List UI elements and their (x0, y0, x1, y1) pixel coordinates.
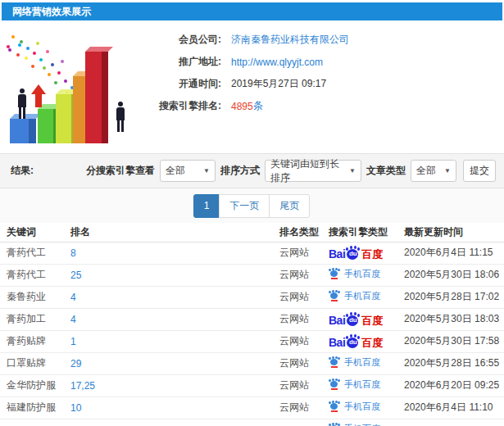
update-time-cell: 2020年6月4日 11:10 (397, 397, 504, 419)
mobile-baidu-logo: 手机百度 (329, 401, 380, 413)
baidu-cn-text: 百度 (361, 249, 383, 260)
article-type-label: 文章类型 (366, 164, 406, 178)
table-row: 膏药贴牌 1 云网站 Bai du 百度 2020年5月30日 17:58 (0, 330, 504, 352)
rank-link[interactable]: 17,25 (64, 374, 273, 397)
engine-cell: 手机百度 (322, 264, 397, 286)
rank-type-cell: 云网站 (273, 397, 322, 419)
baidu-paw-icon: du (346, 246, 360, 260)
mobile-baidu-text: 手机百度 (344, 356, 380, 369)
mobile-baidu-paw-icon (329, 378, 340, 390)
update-time-cell: 2020年5月28日 16:55 (397, 352, 504, 374)
up-arrow-icon (31, 84, 46, 94)
baidu-bai-text: Bai (329, 337, 345, 348)
sort-filter-label: 排序方式 (220, 164, 260, 178)
table-row: 膏药代工 8 云网站 Bai du 百度 2020年6月4日 11:15 (0, 242, 504, 264)
rank-link[interactable]: 8 (64, 242, 273, 264)
sort-select[interactable]: 关键词由短到长排序 ▼ (265, 160, 361, 182)
growth-chart-illustration (0, 20, 146, 150)
article-type-select-value: 全部 (416, 164, 436, 178)
mobile-baidu-logo: 手机百度 (329, 356, 380, 369)
rank-link[interactable]: 10 (64, 397, 273, 419)
mobile-baidu-text: 手机百度 (344, 290, 380, 302)
table-row: 手机百度 (0, 419, 504, 426)
keyword-cell: 膏药代工 (0, 242, 64, 264)
promo-url-label: 推广地址: (146, 55, 221, 69)
article-type-select[interactable]: 全部 ▼ (411, 160, 456, 182)
pagination-section: 1 下一页 尾页 (0, 188, 504, 223)
engine-filter-label: 分搜索引擎查看 (86, 164, 155, 178)
rank-link[interactable]: 4 (64, 308, 273, 330)
filter-controls: 分搜索引擎查看 全部 ▼ 排序方式 关键词由短到长排序 ▼ 文章类型 全部 ▼ … (81, 160, 496, 182)
keyword-cell: 膏药加工 (0, 308, 64, 330)
rank-link[interactable]: 29 (64, 352, 273, 374)
rank-type-cell: 云网站 (273, 264, 322, 286)
chevron-down-icon: ▼ (344, 167, 356, 174)
update-time-cell: 2020年5月30日 18:03 (397, 308, 504, 330)
table-row: 口罩贴牌 29 云网站 手机百度 2020年5月28日 16:55 (0, 352, 504, 374)
rank-link[interactable]: 25 (64, 264, 273, 286)
keyword-cell: 福建防护服 (0, 397, 64, 419)
next-page-button[interactable]: 下一页 (219, 194, 270, 218)
rank-type-cell: 云网站 (273, 286, 322, 308)
mobile-baidu-text: 手机百度 (344, 378, 380, 391)
mobile-baidu-paw-icon (329, 401, 340, 412)
rank-type-cell: 云网站 (273, 308, 322, 330)
mobile-baidu-text: 手机百度 (344, 423, 380, 426)
engine-select[interactable]: 全部 ▼ (160, 160, 216, 182)
rank-type-cell: 云网站 (273, 374, 322, 397)
page-1-button[interactable]: 1 (193, 194, 220, 218)
engine-rank-label: 搜索引擎排名: (146, 99, 221, 113)
baidu-cn-text: 百度 (361, 315, 383, 326)
rank-type-cell: 云网站 (273, 242, 322, 264)
promo-url-link[interactable]: http://www.qlyyjt.com (231, 57, 323, 68)
confetti-decoration (7, 45, 10, 48)
rank-type-cell (273, 419, 322, 426)
rank-link[interactable] (64, 419, 273, 426)
member-company-label: 会员公司: (146, 33, 221, 47)
keyword-cell: 膏药代工 (0, 264, 64, 286)
company-info-panel: 会员公司: 济南秦鲁药业科技有限公司 推广地址: http://www.qlyy… (146, 20, 504, 153)
keyword-cell: 金华防护服 (0, 374, 64, 397)
pagination: 1 下一页 尾页 (194, 194, 311, 218)
bar-red (85, 52, 108, 143)
col-keyword: 关键词 (0, 223, 64, 242)
keyword-cell: 口罩贴牌 (0, 352, 64, 374)
baidu-logo: Bai du 百度 (329, 246, 383, 260)
table-row: 膏药代工 25 云网站 手机百度 2020年5月30日 18:06 (0, 264, 504, 286)
engine-rank-unit[interactable]: 条 (253, 99, 263, 113)
rank-link[interactable]: 4 (64, 286, 273, 308)
member-company-row: 会员公司: 济南秦鲁药业科技有限公司 (146, 29, 504, 51)
col-rank: 排名 (64, 223, 273, 242)
open-time-row: 开通时间: 2019年5月27日 09:17 (146, 73, 504, 95)
mobile-baidu-paw-icon (329, 268, 340, 279)
table-row: 金华防护服 17,25 云网站 手机百度 2020年6月20日 09:25 (0, 374, 504, 397)
sort-select-value: 关键词由短到长排序 (270, 157, 344, 185)
last-page-button[interactable]: 尾页 (269, 194, 310, 218)
update-time-cell (397, 419, 504, 426)
mobile-baidu-text: 手机百度 (344, 401, 380, 413)
col-rank-type: 排名类型 (273, 223, 322, 242)
rank-link[interactable]: 1 (64, 330, 273, 352)
table-header-row: 关键词 排名 排名类型 搜索引擎类型 最新更新时间 (0, 223, 504, 242)
chevron-down-icon: ▼ (198, 167, 210, 174)
update-time-cell: 2020年5月28日 17:02 (397, 286, 504, 308)
col-engine-type: 搜索引擎类型 (322, 223, 397, 242)
engine-rank-row: 搜索引擎排名: 4895 条 (146, 95, 504, 117)
baidu-logo: Bai du 百度 (329, 312, 383, 326)
rank-type-cell: 云网站 (273, 352, 322, 374)
baidu-paw-icon: du (346, 312, 360, 326)
result-label: 结果: (11, 164, 34, 178)
mobile-baidu-logo: 手机百度 (329, 423, 380, 426)
mobile-baidu-text: 手机百度 (344, 268, 380, 280)
member-company-link[interactable]: 济南秦鲁药业科技有限公司 (231, 33, 349, 47)
keyword-cell: 膏药贴牌 (0, 330, 64, 352)
update-time-cell: 2020年5月30日 17:58 (397, 330, 504, 352)
col-update-time: 最新更新时间 (397, 223, 504, 242)
submit-button[interactable]: 提交 (463, 160, 496, 182)
mobile-baidu-logo: 手机百度 (329, 378, 380, 391)
open-time-value: 2019年5月27日 09:17 (231, 77, 326, 91)
mobile-baidu-paw-icon (329, 423, 340, 426)
bar-blue (10, 119, 36, 143)
engine-select-value: 全部 (166, 164, 185, 178)
baidu-bai-text: Bai (329, 248, 345, 260)
